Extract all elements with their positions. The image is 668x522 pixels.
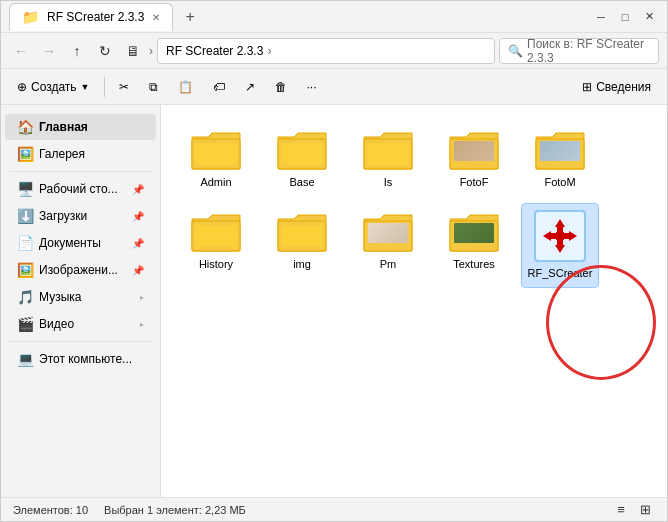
create-dropdown-icon: ▼ [81,82,90,92]
file-name-is: Is [384,175,393,189]
svg-rect-5 [367,143,409,165]
file-item-fotof[interactable]: FotoF [435,121,513,195]
address-bar: ← → ↑ ↻ 🖥 › RF SCreater 2.3.3 › 🔍 Поиск … [1,33,667,69]
file-item-history[interactable]: History [177,203,255,287]
pin-icon-4: 📌 [132,265,144,276]
file-item-fotom[interactable]: FotoM [521,121,599,195]
tab-close-button[interactable]: ✕ [152,12,160,23]
sidebar-item-images[interactable]: 🖼️ Изображени... 📌 [5,257,156,283]
toolbar-separator-1 [104,77,105,97]
sidebar-item-desktop[interactable]: 🖥️ Рабочий сто... 📌 [5,176,156,202]
window-controls: ─ □ ✕ [591,7,659,27]
sidebar-documents-label: Документы [39,236,101,250]
pin-icon-5: ▸ [140,293,144,302]
toolbar-right: ⊞ Сведения [574,73,659,101]
window: 📁 RF SCreater 2.3.3 ✕ + ─ □ ✕ ← → ↑ ↻ 🖥 … [0,0,668,522]
svg-rect-11 [281,225,323,247]
folder-icon-admin [190,127,242,171]
refresh-button[interactable]: ↻ [93,39,117,63]
pin-icon-6: ▸ [140,320,144,329]
content-area: Admin Base [161,105,667,497]
file-name-fotom: FotoM [544,175,575,189]
paste-button[interactable]: 📋 [170,73,201,101]
file-item-pm[interactable]: Pm [349,203,427,287]
sidebar-images-label: Изображени... [39,263,118,277]
tab-main[interactable]: 📁 RF SCreater 2.3.3 ✕ [9,3,173,31]
sidebar-item-downloads[interactable]: ⬇️ Загрузки 📌 [5,203,156,229]
svg-marker-16 [555,240,565,253]
minimize-button[interactable]: ─ [591,7,611,27]
images-icon: 🖼️ [17,262,33,278]
sidebar-divider-1 [9,171,152,172]
up-button[interactable]: ↑ [65,39,89,63]
sidebar-item-computer[interactable]: 💻 Этот компьюте... [5,346,156,372]
computer-icon: 💻 [17,351,33,367]
sidebar-divider-2 [9,341,152,342]
app-icon-rf-screater [534,210,586,262]
file-item-rf-screater[interactable]: RF_SCreater [521,203,599,287]
file-item-img[interactable]: img [263,203,341,287]
folder-icon-img [276,209,328,253]
sidebar-gallery-label: Галерея [39,147,85,161]
close-button[interactable]: ✕ [639,7,659,27]
file-item-textures[interactable]: Textures [435,203,513,287]
create-label: Создать [31,80,77,94]
sidebar-item-documents[interactable]: 📄 Документы 📌 [5,230,156,256]
grid-view-button[interactable]: ⊞ [635,500,655,520]
back-button[interactable]: ← [9,39,33,63]
folder-thumb-fotof [448,127,500,171]
home-icon: 🏠 [17,119,33,135]
file-item-admin[interactable]: Admin [177,121,255,195]
create-button[interactable]: ⊕ Создать ▼ [9,73,98,101]
file-item-is[interactable]: Is [349,121,427,195]
list-view-button[interactable]: ≡ [611,500,631,520]
cut-button[interactable]: ✂ [111,73,137,101]
folder-icon-history [190,209,242,253]
search-box[interactable]: 🔍 Поиск в: RF SCreater 2.3.3 [499,38,659,64]
maximize-button[interactable]: □ [615,7,635,27]
music-icon: 🎵 [17,289,33,305]
folder-thumb-pm [362,209,414,253]
sidebar-item-home[interactable]: 🏠 Главная [5,114,156,140]
file-name-fotof: FotoF [460,175,489,189]
search-placeholder: Поиск в: RF SCreater 2.3.3 [527,37,650,65]
sidebar-item-music[interactable]: 🎵 Музыка ▸ [5,284,156,310]
new-tab-button[interactable]: + [179,6,200,28]
forward-button[interactable]: → [37,39,61,63]
downloads-icon: ⬇️ [17,208,33,224]
status-bar: Элементов: 10 Выбран 1 элемент: 2,23 МБ … [1,497,667,521]
file-name-pm: Pm [380,257,397,271]
main-area: 🏠 Главная 🖼️ Галерея 🖥️ Рабочий сто... 📌… [1,105,667,497]
address-path[interactable]: RF SCreater 2.3.3 › [157,38,495,64]
sidebar-video-label: Видео [39,317,74,331]
gallery-icon: 🖼️ [17,146,33,162]
pin-icon: 📌 [132,184,144,195]
folder-thumb-textures [448,209,500,253]
sidebar-computer-label: Этот компьюте... [39,352,132,366]
file-name-rf-screater: RF_SCreater [528,266,593,280]
copy-button[interactable]: ⧉ [141,73,166,101]
sidebar-home-label: Главная [39,120,88,134]
more-button[interactable]: ··· [299,73,325,101]
file-name-history: History [199,257,233,271]
svg-rect-1 [195,143,237,165]
move-icon [541,217,579,255]
file-name-base: Base [289,175,314,189]
rename-button[interactable]: 🏷 [205,73,233,101]
desktop-icon: 🖥️ [17,181,33,197]
monitor-button[interactable]: 🖥 [121,39,145,63]
file-grid: Admin Base [177,121,651,288]
create-icon: ⊕ [17,80,27,94]
sidebar-item-gallery[interactable]: 🖼️ Галерея [5,141,156,167]
details-icon: ⊞ [582,80,592,94]
file-item-base[interactable]: Base [263,121,341,195]
share-button[interactable]: ↗ [237,73,263,101]
details-button[interactable]: ⊞ Сведения [574,73,659,101]
svg-marker-18 [564,231,577,241]
search-icon: 🔍 [508,44,523,58]
pin-icon-3: 📌 [132,238,144,249]
documents-icon: 📄 [17,235,33,251]
svg-rect-3 [281,143,323,165]
sidebar-item-video[interactable]: 🎬 Видео ▸ [5,311,156,337]
delete-button[interactable]: 🗑 [267,73,295,101]
